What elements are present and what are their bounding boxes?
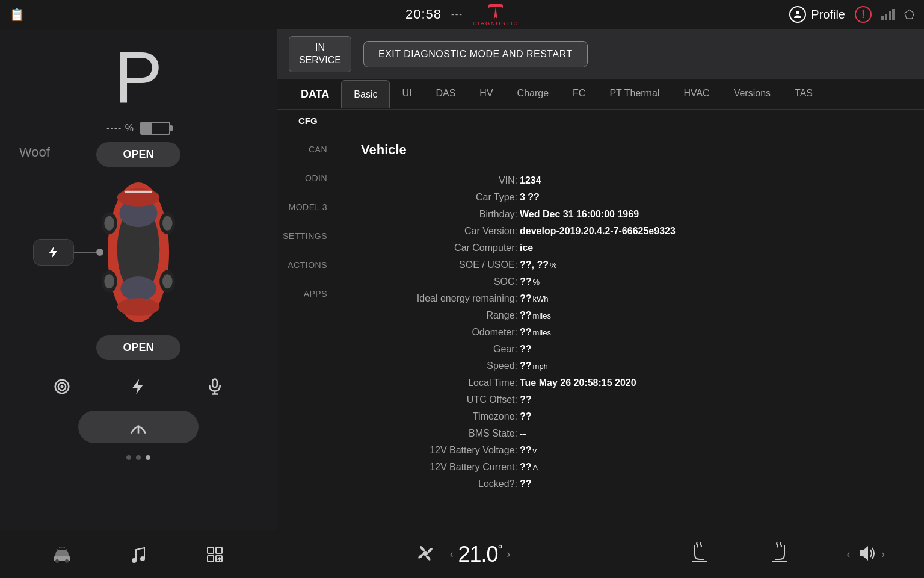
nav-settings[interactable]: SETTINGS — [277, 231, 337, 241]
battery-percent: ---- % — [106, 123, 134, 134]
data-label-range: Range: — [361, 310, 517, 321]
data-unit-soe: % — [550, 261, 557, 270]
status-bar-center: 20:58 --- DIAGNOSTIC — [286, 2, 638, 26]
data-value-soc: ?? — [520, 276, 532, 287]
nav-model3[interactable]: MODEL 3 — [277, 202, 337, 212]
lightning-small-button[interactable] — [124, 372, 153, 401]
tab-fc[interactable]: FC — [561, 79, 597, 108]
bluetooth-icon: ⬠ — [904, 7, 914, 22]
nav-actions[interactable]: ACTIONS — [277, 260, 337, 270]
connector-line — [74, 252, 98, 253]
park-letter: P — [0, 41, 277, 113]
status-bar: 📋 20:58 --- DIAGNOSTIC Profile ! — [0, 0, 924, 29]
data-label-car-computer: Car Computer: — [361, 243, 517, 253]
lightning-button[interactable] — [33, 239, 74, 266]
apps-nav-button[interactable] — [202, 541, 228, 568]
bottom-right: ‹ › — [647, 540, 924, 569]
data-value-locked: ?? — [520, 479, 532, 489]
data-value-utc-offset: ?? — [520, 394, 532, 405]
open-top-button[interactable]: OPEN — [96, 142, 180, 167]
sub-tab-cfg[interactable]: CFG — [289, 110, 327, 132]
bottom-left — [0, 541, 277, 568]
data-value-soe: ??, ?? — [520, 259, 549, 270]
data-label-local-time: Local Time: — [361, 378, 517, 388]
bottom-center: ‹ 21.0° › — [277, 541, 647, 568]
data-unit-speed: mph — [533, 362, 548, 371]
tab-hv[interactable]: HV — [467, 79, 505, 108]
target-icon-button[interactable] — [48, 372, 76, 401]
data-label-soc: SOC: — [361, 276, 517, 287]
microphone-button[interactable] — [200, 372, 229, 401]
car-nav-button[interactable] — [49, 541, 75, 568]
tesla-logo: DIAGNOSTIC — [473, 2, 519, 26]
volume-button[interactable] — [855, 542, 876, 567]
signal-bars-icon — [881, 9, 895, 20]
nav-can[interactable]: CAN — [277, 144, 337, 154]
next-button[interactable]: › — [881, 548, 885, 561]
tab-basic[interactable]: Basic — [341, 80, 390, 108]
data-row-local-time: Local Time: Tue May 26 20:58:15 2020 — [361, 378, 900, 388]
svg-point-26 — [55, 559, 59, 563]
tab-versions[interactable]: Versions — [722, 79, 783, 108]
svg-point-20 — [61, 386, 63, 388]
left-icons-row — [0, 362, 277, 411]
tab-pt-thermal[interactable]: PT Thermal — [597, 79, 671, 108]
data-value-range: ?? — [520, 310, 532, 321]
tab-hvac[interactable]: HVAC — [671, 79, 721, 108]
wiper-button[interactable] — [78, 411, 199, 443]
data-label-locked: Locked?: — [361, 479, 517, 489]
bottom-bar: ‹ 21.0° › ‹ — [0, 530, 924, 578]
svg-point-6 — [117, 298, 160, 316]
data-row-bms-state: BMS State: -- — [361, 428, 900, 439]
data-unit-12v-voltage: v — [533, 446, 537, 455]
in-service-button[interactable]: INSERVICE — [289, 36, 351, 72]
sub-tabs-row: CFG — [277, 110, 924, 132]
seat-heat-right-button[interactable] — [766, 540, 793, 569]
music-nav-button[interactable] — [125, 541, 152, 568]
exit-diagnostic-button[interactable]: EXIT DIAGNOSTIC MODE AND RESTART — [363, 41, 588, 67]
data-label-ideal-energy: Ideal energy remaining: — [361, 293, 517, 304]
svg-point-27 — [65, 559, 69, 563]
svg-point-35 — [423, 551, 428, 556]
data-value-timezone: ?? — [520, 411, 532, 422]
data-unit-range: miles — [533, 311, 551, 320]
tab-data[interactable]: DATA — [289, 79, 341, 109]
tab-das[interactable]: DAS — [424, 79, 467, 108]
nav-apps[interactable]: APPS — [277, 289, 337, 299]
status-bar-right: Profile ! ⬠ — [638, 6, 914, 23]
temp-decrease-button[interactable]: ‹ — [449, 548, 453, 561]
data-label-12v-current: 12V Battery Current: — [361, 462, 517, 473]
main-content: P ---- % Woof OPEN — [0, 29, 924, 530]
seat-heat-left-button[interactable] — [686, 540, 713, 569]
data-label-utc-offset: UTC Offset: — [361, 394, 517, 405]
data-value-gear: ?? — [520, 344, 532, 355]
data-row-vin: VIN: 1234 — [361, 175, 900, 186]
data-label-soe: SOE / USOE: — [361, 259, 517, 270]
nav-odin[interactable]: ODIN — [277, 173, 337, 183]
page-dot-2[interactable] — [136, 455, 141, 460]
prev-button[interactable]: ‹ — [846, 548, 850, 561]
data-value-vin: 1234 — [520, 175, 541, 186]
data-value-speed: ?? — [520, 361, 532, 371]
right-panel: INSERVICE EXIT DIAGNOSTIC MODE AND RESTA… — [277, 29, 924, 530]
data-panel: Vehicle VIN: 1234 Car Type: 3 ?? Birthda… — [337, 132, 924, 530]
temp-increase-button[interactable]: › — [507, 548, 511, 561]
svg-point-0 — [796, 11, 799, 14]
tab-ui[interactable]: UI — [390, 79, 424, 108]
data-value-local-time: Tue May 26 20:58:15 2020 — [520, 378, 636, 388]
svg-point-28 — [132, 558, 137, 563]
tab-charge[interactable]: Charge — [505, 79, 561, 108]
alert-icon: ! — [855, 6, 872, 23]
page-dot-3[interactable] — [146, 455, 150, 460]
page-dots — [0, 448, 277, 467]
profile-button[interactable]: Profile — [789, 6, 845, 23]
data-row-car-computer: Car Computer: ice — [361, 243, 900, 253]
content-area: CAN ODIN MODEL 3 SETTINGS ACTIONS APPS V… — [277, 132, 924, 530]
tesla-logo-brand: DIAGNOSTIC — [473, 20, 519, 26]
page-dot-1[interactable] — [126, 455, 131, 460]
fan-button[interactable] — [413, 541, 437, 568]
tab-tas[interactable]: TAS — [783, 79, 825, 108]
data-value-12v-current: ?? — [520, 462, 532, 473]
open-bottom-button[interactable]: OPEN — [96, 335, 180, 360]
status-signal: --- — [451, 10, 463, 19]
